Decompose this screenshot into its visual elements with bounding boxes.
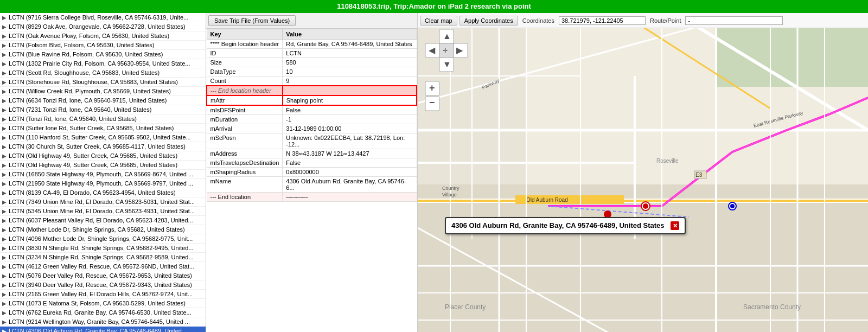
location-item[interactable]: ▶LCTN (Folsom Blvd, Folsom, CA 95630, Un… [0,41,206,50]
location-item[interactable]: ▶LCTN (5076 Deer Valley Rd, Rescue, CA 9… [0,271,206,280]
value-cell: 4306 Old Auburn Rd, Granite Bay, CA 9574… [283,177,417,193]
key-cell: DataType [207,67,283,76]
location-label: LCTN (30 Church St, Sutter Creek, CA 956… [9,143,186,150]
arrow-icon: ▶ [2,42,7,48]
table-row: --- End location----------- [207,193,417,202]
route-input[interactable] [685,16,783,25]
arrow-icon: ▶ [2,310,7,316]
popup-close-button[interactable]: ✕ [671,221,679,230]
col-key-header: Key [207,29,283,40]
location-item[interactable]: ▶LCTN (30 Church St, Sutter Creek, CA 95… [0,142,206,151]
arrow-icon: ▶ [2,153,7,159]
location-item[interactable]: ▶LCTN (Willow Creek Rd, Plymouth, CA 956… [0,87,206,96]
location-item[interactable]: ▶LCTN (Stonehouse Rd, Sloughhouse, CA 95… [0,78,206,87]
location-item[interactable]: ▶LCTN (4096 Mother Lode Dr, Shingle Spri… [0,234,206,244]
arrow-icon: ▶ [2,282,7,288]
main-content: ▶LCTN (9716 Sierra College Blvd, Rosevil… [0,13,868,332]
location-item[interactable]: ▶LCTN (5345 Union Mine Rd, El Dorado, CA… [0,207,206,216]
location-item[interactable]: ▶LCTN (1302 Prairie City Rd, Folsom, CA … [0,59,206,68]
location-item[interactable]: ▶LCTN (9716 Sierra College Blvd, Rosevil… [0,13,206,22]
value-cell: Rd, Granite Bay, CA 95746-6489, United S… [283,40,417,49]
arrow-icon: ▶ [2,162,7,168]
location-item[interactable]: ▶LCTN (110 Hanford St, Sutter Creek, CA … [0,133,206,142]
value-cell: 580 [283,58,417,67]
arrow-icon: ▶ [2,144,7,150]
location-item[interactable]: ▶LCTN (9214 Wellington Way, Granite Bay,… [0,317,206,327]
location-label: LCTN (7231 Tonzi Rd, Ione, CA 95640, Uni… [9,106,151,113]
location-label: LCTN (2165 Green Valley Rd, El Dorado Hi… [9,291,193,297]
location-item[interactable]: ▶LCTN (Sutter Ione Rd, Sutter Creek, CA … [0,124,206,133]
location-item[interactable]: ▶LCTN (8929 Oak Ave, Orangevale, CA 9566… [0,22,206,31]
location-item[interactable]: ▶LCTN (Oak Avenue Pkwy, Folsom, CA 95630… [0,31,206,41]
location-item[interactable]: ▶LCTN (8139 CA-49, El Dorado, CA 95623-4… [0,188,206,197]
location-label: LCTN (8139 CA-49, El Dorado, CA 95623-49… [9,189,176,196]
coordinates-label: Coordinates [520,17,557,24]
save-button[interactable]: Save Trip File (From Values) [208,15,296,26]
arrow-icon: ▶ [2,24,7,30]
location-label: LCTN (Blue Ravine Rd, Folsom, CA 95630, … [9,51,163,58]
key-cell: mAddress [207,149,283,158]
arrow-icon: ▶ [2,98,7,104]
location-item[interactable]: ▶LCTN (3234 N Shingle Rd, Shingle Spring… [0,253,206,262]
location-item[interactable]: ▶LCTN (21950 State Highway 49, Plymouth,… [0,179,206,188]
apply-coords-button[interactable]: Apply Coordinates [459,16,518,25]
middle-panel: Save Trip File (From Values) Key Value *… [206,13,418,332]
value-cell: LCTN [283,49,417,58]
table-row: mAddressN 38∞43.3187 W 121∞13.4427 [207,149,417,158]
value-cell [283,86,417,95]
arrow-icon: ▶ [2,107,7,113]
location-item[interactable]: ▶LCTN (Old Highway 49, Sutter Creek, CA … [0,151,206,161]
location-item[interactable]: ▶LCTN (Blue Ravine Rd, Folsom, CA 95630,… [0,50,206,59]
key-cell: mIsTravelapseDestination [207,158,283,168]
location-label: LCTN (9214 Wellington Way, Granite Bay, … [9,318,190,325]
svg-point-41 [643,203,648,209]
svg-text:Roseville: Roseville [656,158,679,164]
location-item[interactable]: ▶LCTN (4306 Old Auburn Rd, Granite Bay, … [0,327,206,332]
arrow-icon: ▶ [2,52,7,58]
location-item[interactable]: ▶LCTN (Scott Rd, Sloughhouse, CA 95683, … [0,68,206,78]
svg-text:Old Auburn Road: Old Auburn Road [526,197,568,203]
map-svg: Old Auburn Road [418,28,868,332]
right-panel: Clear map Apply Coordinates Coordinates … [418,13,868,332]
value-cell: Shaping point [283,95,417,105]
location-label: LCTN (110 Hanford St, Sutter Creek, CA 9… [9,134,191,141]
svg-text:Sacramento County: Sacramento County [743,303,801,311]
location-item[interactable]: ▶LCTN (7349 Union Mine Rd, El Dorado, CA… [0,197,206,207]
arrow-icon: ▶ [2,199,7,205]
coordinates-input[interactable] [559,16,646,25]
location-label: LCTN (Oak Avenue Pkwy, Folsom, CA 95630,… [9,33,169,39]
location-item[interactable]: ▶LCTN (Tonzi Rd, Ione, CA 95640, United … [0,114,206,124]
clear-map-button[interactable]: Clear map [420,16,457,25]
value-cell: ----------- [283,193,417,202]
arrow-icon: ▶ [2,79,7,85]
location-label: LCTN (1073 E Natoma St, Folsom, CA 95630… [9,300,186,307]
table-row: mAttrShaping point [207,95,417,105]
value-cell: 9 [283,76,417,86]
save-button-bar: Save Trip File (From Values) [206,13,417,29]
svg-text:◀: ◀ [429,46,436,55]
location-item[interactable]: ▶LCTN (Mother Lode Dr, Shingle Springs, … [0,225,206,234]
location-label: LCTN (8929 Oak Ave, Orangevale, CA 95662… [9,23,186,30]
location-label: LCTN (Folsom Blvd, Folsom, CA 95630, Uni… [9,42,154,48]
location-label: LCTN (Old Highway 49, Sutter Creek, CA 9… [9,152,177,159]
location-item[interactable]: ▶LCTN (3830 N Shingle Rd, Shingle Spring… [0,244,206,253]
location-item[interactable]: ▶LCTN (3940 Deer Valley Rd, Rescue, CA 9… [0,280,206,290]
map-popup: 4306 Old Auburn Rd, Granite Bay, CA 9574… [445,217,686,234]
location-item[interactable]: ▶LCTN (7231 Tonzi Rd, Ione, CA 95640, Un… [0,105,206,114]
location-item[interactable]: ▶LCTN (6634 Tonzi Rd, Ione, CA 95640-971… [0,96,206,105]
location-item[interactable]: ▶LCTN (16850 State Highway 49, Plymouth,… [0,170,206,179]
location-item[interactable]: ▶LCTN (6037 Pleasant Valley Rd, El Dorad… [0,216,206,225]
table-row: mArrival31-12-1989 01:00:00 [207,124,417,133]
arrow-icon: ▶ [2,264,7,270]
location-label: LCTN (1302 Prairie City Rd, Folsom, CA 9… [9,60,190,67]
location-item[interactable]: ▶LCTN (Old Highway 49, Sutter Creek, CA … [0,161,206,170]
arrow-icon: ▶ [2,61,7,67]
key-cell: mIsDFSPoint [207,105,283,115]
popup-address: 4306 Old Auburn Rd, Granite Bay, CA 9574… [451,221,665,229]
location-item[interactable]: ▶LCTN (4612 Green Valley Rd, Rescue, CA … [0,262,206,271]
arrow-icon: ▶ [2,190,7,196]
location-label: LCTN (7349 Union Mine Rd, El Dorado, CA … [9,199,195,205]
location-item[interactable]: ▶LCTN (6762 Eureka Rd, Granite Bay, CA 9… [0,308,206,317]
location-item[interactable]: ▶LCTN (1073 E Natoma St, Folsom, CA 9563… [0,299,206,308]
location-item[interactable]: ▶LCTN (2165 Green Valley Rd, El Dorado H… [0,290,206,299]
